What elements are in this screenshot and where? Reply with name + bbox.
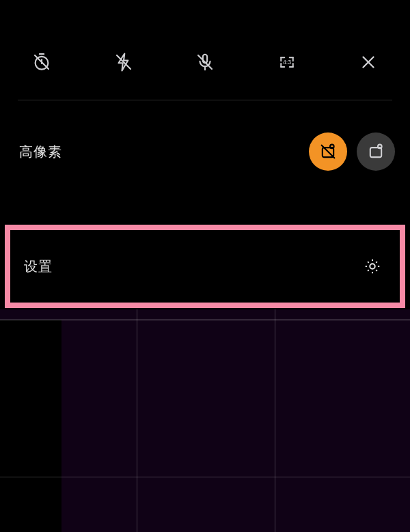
grid-line <box>137 309 137 532</box>
close-icon[interactable] <box>357 51 380 74</box>
grid-line <box>0 320 410 320</box>
grid-line <box>0 477 410 477</box>
svg-rect-5 <box>370 148 381 157</box>
settings-gear-icon <box>363 257 382 276</box>
format-toggle-group <box>309 132 395 171</box>
viewfinder-dark-strip <box>0 320 62 532</box>
motion-photo-off-button[interactable] <box>309 132 347 171</box>
flash-off-icon[interactable] <box>112 51 135 74</box>
high-megapixel-label: 高像素 <box>19 143 62 161</box>
high-megapixel-row: 高像素 <box>0 130 410 173</box>
svg-point-4 <box>330 145 334 149</box>
settings-label: 设置 <box>24 257 53 276</box>
svg-text:4:3: 4:3 <box>282 59 290 66</box>
viewfinder-grid <box>0 309 410 532</box>
aspect-ratio-icon[interactable]: 4:3 <box>275 51 299 74</box>
settings-row[interactable]: 设置 <box>5 225 405 308</box>
timer-off-icon[interactable] <box>30 51 53 74</box>
grid-line <box>275 309 275 532</box>
divider <box>18 100 392 100</box>
svg-point-7 <box>370 264 374 268</box>
svg-point-6 <box>378 145 382 149</box>
motion-photo-button[interactable] <box>357 132 395 171</box>
top-icon-bar: 4:3 <box>0 40 410 85</box>
camera-settings-screen: 4:3 高像素 <box>0 40 410 532</box>
mic-off-icon[interactable] <box>193 51 217 74</box>
